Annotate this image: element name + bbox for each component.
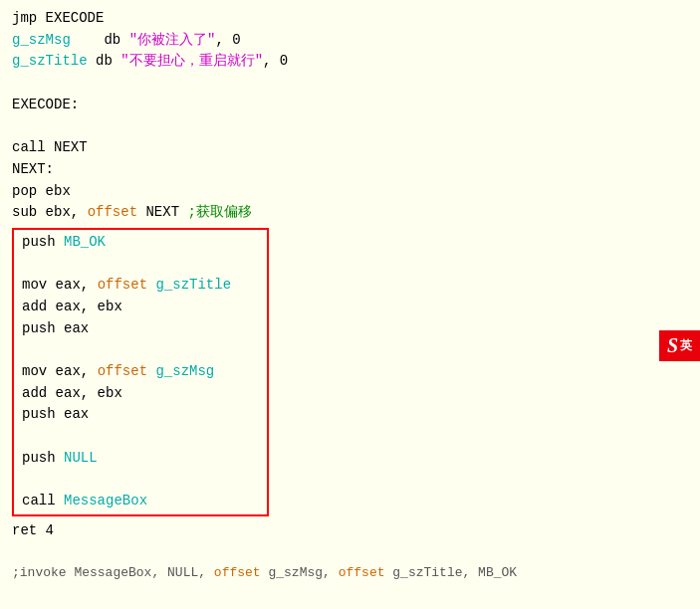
code-line-push-mbok: push MB_OK: [22, 232, 259, 254]
code-line-ret: ret 4: [12, 520, 688, 542]
code-line-call-next: call NEXT: [12, 137, 688, 159]
code-line-add-eax-ebx-2: add eax, ebx: [22, 383, 259, 405]
code-line-gszTitle: g_szTitle db "不要担心，重启就行", 0: [12, 51, 688, 73]
code-line-gszMsg: g_szMsg db "你被注入了", 0: [12, 30, 688, 52]
code-editor: jmp EXECODE g_szMsg db "你被注入了", 0 g_szTi…: [0, 0, 700, 609]
code-line-start: start:: [12, 605, 688, 609]
code-line-blank6: [22, 469, 259, 491]
code-line-mov-eax-title: mov eax, offset g_szTitle: [22, 275, 259, 297]
code-line-blank7: [12, 542, 688, 564]
highlighted-code-box: push MB_OK mov eax, offset g_szTitle add…: [12, 228, 269, 516]
code-line-push-null: push NULL: [22, 448, 259, 470]
code-line-jmp: jmp EXECODE: [12, 8, 688, 30]
code-line-sub-ebx: sub ebx, offset NEXT ;获取偏移: [12, 202, 688, 224]
s-logo-text: 英: [680, 337, 692, 354]
code-line-execode: EXECODE:: [12, 95, 688, 116]
code-line-blank1: [12, 73, 688, 95]
code-line-add-eax-ebx-1: add eax, ebx: [22, 297, 259, 318]
code-line-blank2: [12, 115, 688, 137]
code-line-blank5: [22, 426, 259, 448]
s-logo-badge: S英: [659, 330, 700, 361]
code-line-blank8: [12, 583, 688, 605]
code-line-call-msgbox: call MessageBox: [22, 491, 259, 512]
code-line-next-label: NEXT:: [12, 159, 688, 181]
code-line-blank3: [22, 254, 259, 276]
code-line-blank4: [22, 339, 259, 361]
code-line-push-eax-2: push eax: [22, 404, 259, 426]
code-line-push-eax-1: push eax: [22, 318, 259, 340]
s-logo-letter: S: [667, 334, 678, 357]
code-line-mov-eax-msg: mov eax, offset g_szMsg: [22, 361, 259, 383]
code-line-invoke: ;invoke MessageBox, NULL, offset g_szMsg…: [12, 563, 688, 583]
code-line-pop-ebx: pop ebx: [12, 181, 688, 203]
